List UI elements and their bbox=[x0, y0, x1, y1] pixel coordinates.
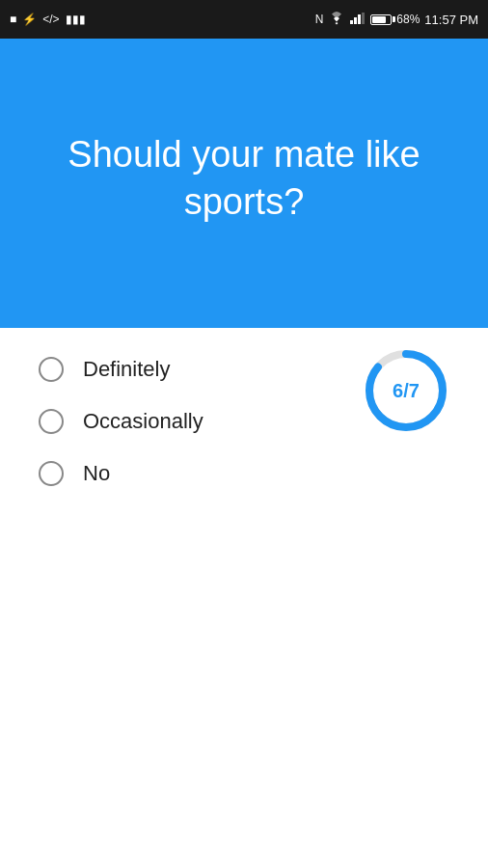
label-no: No bbox=[83, 461, 110, 486]
battery-percent: 68% bbox=[396, 13, 420, 26]
status-bar: ■ ⚡ </> ▮▮▮ N 68% 11:57 PM bbox=[0, 0, 488, 39]
status-bar-right: N 68% 11:57 PM bbox=[315, 12, 478, 28]
option-no[interactable]: No bbox=[39, 461, 449, 486]
progress-indicator: 6/7 bbox=[363, 347, 449, 434]
battery-icon bbox=[370, 14, 392, 25]
label-definitely: Definitely bbox=[83, 357, 170, 382]
radio-no[interactable] bbox=[39, 461, 64, 486]
status-time: 11:57 PM bbox=[424, 13, 478, 27]
label-occasionally: Occasionally bbox=[83, 409, 203, 434]
answer-section: Definitely Occasionally No 6/7 bbox=[0, 328, 488, 542]
sim-icon: ■ bbox=[10, 13, 16, 26]
progress-text: 6/7 bbox=[393, 380, 420, 402]
svg-rect-3 bbox=[362, 13, 365, 24]
svg-rect-1 bbox=[354, 17, 357, 24]
nfc-icon: N bbox=[315, 13, 324, 26]
svg-rect-0 bbox=[350, 20, 353, 24]
svg-rect-2 bbox=[358, 14, 361, 24]
wifi-icon bbox=[328, 12, 345, 28]
code-icon: </> bbox=[42, 13, 59, 26]
radio-occasionally[interactable] bbox=[39, 409, 64, 434]
question-text: Should your mate like sports? bbox=[29, 131, 459, 227]
question-header: Should your mate like sports? bbox=[0, 39, 488, 328]
signal-icon bbox=[350, 13, 366, 27]
radio-definitely[interactable] bbox=[39, 357, 64, 382]
status-bar-left: ■ ⚡ </> ▮▮▮ bbox=[10, 13, 86, 26]
usb-icon: ⚡ bbox=[22, 13, 37, 26]
barcode-icon: ▮▮▮ bbox=[66, 13, 86, 26]
